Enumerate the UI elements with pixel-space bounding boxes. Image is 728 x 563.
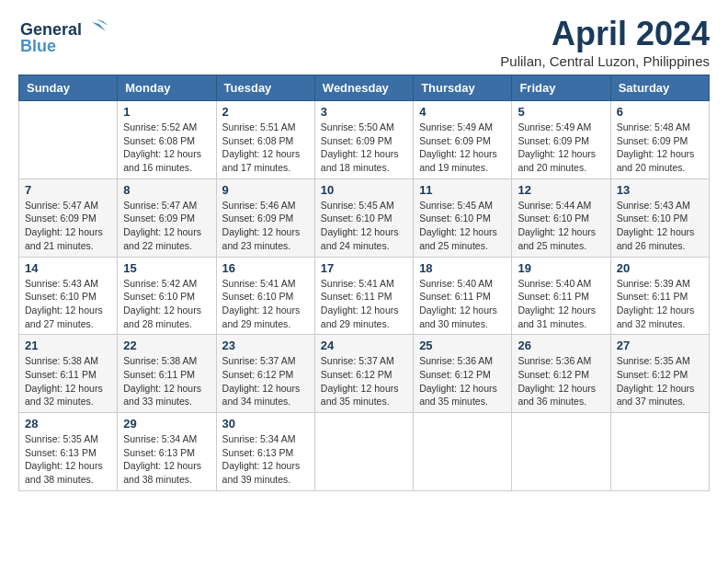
day-info: Sunrise: 5:41 AM Sunset: 6:10 PM Dayligh… xyxy=(222,277,309,331)
day-info: Sunrise: 5:39 AM Sunset: 6:11 PM Dayligh… xyxy=(617,277,703,331)
header-cell-sunday: Sunday xyxy=(19,75,118,101)
week-row-1: 7Sunrise: 5:47 AM Sunset: 6:09 PM Daylig… xyxy=(19,178,710,257)
day-info: Sunrise: 5:40 AM Sunset: 6:11 PM Dayligh… xyxy=(419,277,506,331)
day-number: 6 xyxy=(617,105,703,119)
calendar-cell: 19Sunrise: 5:40 AM Sunset: 6:11 PM Dayli… xyxy=(512,257,610,335)
day-number: 2 xyxy=(222,105,309,119)
calendar-cell: 26Sunrise: 5:36 AM Sunset: 6:12 PM Dayli… xyxy=(512,335,610,413)
header-cell-monday: Monday xyxy=(118,75,216,101)
day-info: Sunrise: 5:36 AM Sunset: 6:12 PM Dayligh… xyxy=(419,354,506,408)
day-number: 15 xyxy=(123,261,210,275)
day-number: 16 xyxy=(222,261,309,275)
calendar-cell: 4Sunrise: 5:49 AM Sunset: 6:09 PM Daylig… xyxy=(414,101,512,179)
header-cell-wednesday: Wednesday xyxy=(314,75,413,101)
calendar-cell: 17Sunrise: 5:41 AM Sunset: 6:11 PM Dayli… xyxy=(314,257,413,335)
page-header: General Blue April 2024 Pulilan, Central… xyxy=(18,15,710,69)
calendar-cell: 28Sunrise: 5:35 AM Sunset: 6:13 PM Dayli… xyxy=(19,413,118,491)
svg-marker-2 xyxy=(92,22,106,31)
day-number: 26 xyxy=(518,339,604,352)
svg-text:Blue: Blue xyxy=(20,37,56,55)
calendar-cell xyxy=(19,101,118,179)
day-number: 3 xyxy=(321,105,407,119)
day-info: Sunrise: 5:43 AM Sunset: 6:10 PM Dayligh… xyxy=(617,199,703,253)
logo-svg: General Blue xyxy=(18,15,110,61)
day-number: 24 xyxy=(321,339,407,352)
calendar-cell: 3Sunrise: 5:50 AM Sunset: 6:09 PM Daylig… xyxy=(314,101,413,179)
day-number: 11 xyxy=(419,183,506,197)
calendar-cell: 20Sunrise: 5:39 AM Sunset: 6:11 PM Dayli… xyxy=(610,257,709,335)
day-info: Sunrise: 5:41 AM Sunset: 6:11 PM Dayligh… xyxy=(321,277,407,331)
day-info: Sunrise: 5:37 AM Sunset: 6:12 PM Dayligh… xyxy=(222,354,309,408)
calendar-cell xyxy=(512,413,610,491)
month-title: April 2024 xyxy=(500,15,710,53)
svg-text:General: General xyxy=(20,20,82,39)
header-cell-thursday: Thursday xyxy=(414,75,512,101)
logo: General Blue xyxy=(18,15,110,61)
day-info: Sunrise: 5:35 AM Sunset: 6:13 PM Dayligh… xyxy=(25,432,111,487)
day-number: 10 xyxy=(321,183,407,197)
calendar-cell xyxy=(314,413,413,491)
day-info: Sunrise: 5:34 AM Sunset: 6:13 PM Dayligh… xyxy=(222,432,309,487)
day-number: 20 xyxy=(617,261,703,275)
calendar-cell: 6Sunrise: 5:48 AM Sunset: 6:09 PM Daylig… xyxy=(610,101,709,179)
calendar-cell: 22Sunrise: 5:38 AM Sunset: 6:11 PM Dayli… xyxy=(118,335,216,413)
calendar-body: 1Sunrise: 5:52 AM Sunset: 6:08 PM Daylig… xyxy=(19,101,710,491)
day-info: Sunrise: 5:44 AM Sunset: 6:10 PM Dayligh… xyxy=(518,199,604,253)
calendar-cell: 18Sunrise: 5:40 AM Sunset: 6:11 PM Dayli… xyxy=(414,257,512,335)
week-row-0: 1Sunrise: 5:52 AM Sunset: 6:08 PM Daylig… xyxy=(19,101,710,179)
day-number: 29 xyxy=(123,417,210,431)
day-info: Sunrise: 5:45 AM Sunset: 6:10 PM Dayligh… xyxy=(321,199,407,253)
calendar-cell: 2Sunrise: 5:51 AM Sunset: 6:08 PM Daylig… xyxy=(216,101,314,179)
week-row-3: 21Sunrise: 5:38 AM Sunset: 6:11 PM Dayli… xyxy=(19,335,710,413)
day-number: 27 xyxy=(617,339,703,352)
location-title: Pulilan, Central Luzon, Philippines xyxy=(500,53,710,69)
calendar-cell: 24Sunrise: 5:37 AM Sunset: 6:12 PM Dayli… xyxy=(314,335,413,413)
day-info: Sunrise: 5:38 AM Sunset: 6:11 PM Dayligh… xyxy=(123,354,210,408)
day-info: Sunrise: 5:43 AM Sunset: 6:10 PM Dayligh… xyxy=(25,277,111,331)
day-info: Sunrise: 5:48 AM Sunset: 6:09 PM Dayligh… xyxy=(617,121,703,175)
calendar-cell: 11Sunrise: 5:45 AM Sunset: 6:10 PM Dayli… xyxy=(414,178,512,257)
calendar-cell: 23Sunrise: 5:37 AM Sunset: 6:12 PM Dayli… xyxy=(216,335,314,413)
day-info: Sunrise: 5:35 AM Sunset: 6:12 PM Dayligh… xyxy=(617,354,703,408)
title-block: April 2024 Pulilan, Central Luzon, Phili… xyxy=(500,15,710,69)
day-info: Sunrise: 5:52 AM Sunset: 6:08 PM Dayligh… xyxy=(123,121,210,175)
calendar-cell: 15Sunrise: 5:42 AM Sunset: 6:10 PM Dayli… xyxy=(118,257,216,335)
day-info: Sunrise: 5:49 AM Sunset: 6:09 PM Dayligh… xyxy=(419,121,506,175)
day-info: Sunrise: 5:51 AM Sunset: 6:08 PM Dayligh… xyxy=(222,121,309,175)
calendar-cell: 8Sunrise: 5:47 AM Sunset: 6:09 PM Daylig… xyxy=(118,178,216,257)
day-number: 23 xyxy=(222,339,309,352)
header-cell-friday: Friday xyxy=(512,75,610,101)
day-info: Sunrise: 5:36 AM Sunset: 6:12 PM Dayligh… xyxy=(518,354,604,408)
calendar-cell: 13Sunrise: 5:43 AM Sunset: 6:10 PM Dayli… xyxy=(610,178,709,257)
day-number: 19 xyxy=(518,261,604,275)
day-number: 1 xyxy=(123,105,210,119)
header-row: SundayMondayTuesdayWednesdayThursdayFrid… xyxy=(19,75,710,101)
header-cell-tuesday: Tuesday xyxy=(216,75,314,101)
calendar-cell xyxy=(610,413,709,491)
calendar-cell xyxy=(414,413,512,491)
day-number: 14 xyxy=(25,261,111,275)
calendar-cell: 30Sunrise: 5:34 AM Sunset: 6:13 PM Dayli… xyxy=(216,413,314,491)
calendar-cell: 27Sunrise: 5:35 AM Sunset: 6:12 PM Dayli… xyxy=(610,335,709,413)
day-info: Sunrise: 5:38 AM Sunset: 6:11 PM Dayligh… xyxy=(25,354,111,408)
calendar-cell: 10Sunrise: 5:45 AM Sunset: 6:10 PM Dayli… xyxy=(314,178,413,257)
header-cell-saturday: Saturday xyxy=(610,75,709,101)
calendar-cell: 9Sunrise: 5:46 AM Sunset: 6:09 PM Daylig… xyxy=(216,178,314,257)
day-number: 9 xyxy=(222,183,309,197)
day-number: 17 xyxy=(321,261,407,275)
calendar-cell: 21Sunrise: 5:38 AM Sunset: 6:11 PM Dayli… xyxy=(19,335,118,413)
calendar-cell: 1Sunrise: 5:52 AM Sunset: 6:08 PM Daylig… xyxy=(118,101,216,179)
week-row-2: 14Sunrise: 5:43 AM Sunset: 6:10 PM Dayli… xyxy=(19,257,710,335)
calendar-table: SundayMondayTuesdayWednesdayThursdayFrid… xyxy=(18,75,710,491)
day-number: 5 xyxy=(518,105,604,119)
day-number: 18 xyxy=(419,261,506,275)
day-info: Sunrise: 5:50 AM Sunset: 6:09 PM Dayligh… xyxy=(321,121,407,175)
calendar-cell: 16Sunrise: 5:41 AM Sunset: 6:10 PM Dayli… xyxy=(216,257,314,335)
calendar-header: SundayMondayTuesdayWednesdayThursdayFrid… xyxy=(19,75,710,101)
day-info: Sunrise: 5:47 AM Sunset: 6:09 PM Dayligh… xyxy=(25,199,111,253)
day-info: Sunrise: 5:42 AM Sunset: 6:10 PM Dayligh… xyxy=(123,277,210,331)
week-row-4: 28Sunrise: 5:35 AM Sunset: 6:13 PM Dayli… xyxy=(19,413,710,491)
day-info: Sunrise: 5:47 AM Sunset: 6:09 PM Dayligh… xyxy=(123,199,210,253)
day-number: 28 xyxy=(25,417,111,431)
day-info: Sunrise: 5:46 AM Sunset: 6:09 PM Dayligh… xyxy=(222,199,309,253)
